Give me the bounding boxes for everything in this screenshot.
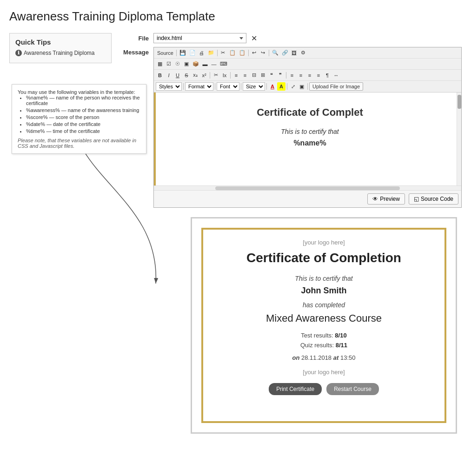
tb-special[interactable]: ⌨ [219,60,229,68]
tb-align-center[interactable]: ≡ [297,71,305,79]
tb-strikethrough[interactable]: S [182,71,191,79]
tb-indent-dec[interactable]: ⊟ [250,71,258,79]
tb-styles-select[interactable]: Styles [156,82,182,91]
tb-find[interactable]: 🔍 [271,49,280,57]
preview-label: Preview [380,196,400,202]
tb-para[interactable]: ¶ [323,71,332,79]
sep12 [287,83,287,90]
variables-list: %name% — name of the person who receives… [18,95,140,134]
tb-undo[interactable]: ↩ [250,49,259,57]
preview-icon: 👁 [372,196,378,202]
sep4 [269,50,269,56]
cert-large-outer: [your logo here] Certificate of Completi… [191,217,457,434]
tb-ul[interactable]: ≡ [241,71,249,79]
source-code-icon: ◱ [414,196,419,202]
toolbar-row-4: Styles Format Font Size A A ⤢ ▣ [154,81,461,92]
at-label: at [333,354,340,361]
tb-dash[interactable]: — [210,60,218,68]
test-results-label: Test results: [301,332,333,339]
tb-color-a[interactable]: A [268,82,277,91]
file-row: File index.html ✕ [121,33,462,43]
tb-open[interactable]: 📁 [206,49,216,57]
tb-cut2[interactable]: ✂ [212,71,220,79]
editor-cert-certify: This is to certify that [172,128,447,135]
tb-bgcolor[interactable]: A [277,82,285,91]
restart-course-button[interactable]: Restart Course [326,383,379,395]
editor-cert-name: %name% [172,139,447,147]
tb-italic[interactable]: I [165,71,173,79]
tb-superscript[interactable]: x² [200,71,208,79]
cert-preview-container: [your logo here] Certificate of Completi… [126,217,457,434]
tb-blockquote[interactable]: ❝ [267,71,276,79]
source-code-label: Source Code [421,196,453,202]
tb-box[interactable]: ▣ [182,60,191,68]
tb-align-right[interactable]: ≡ [305,71,314,79]
h-scrollbar[interactable] [154,185,461,190]
tb-redo[interactable]: ↪ [259,49,267,57]
cert-completed: has completed [212,301,435,309]
editor-wrapper: Certificate of Complet This is to certif… [154,93,461,185]
tb-bidi[interactable]: ↔ [332,71,340,79]
sep10 [241,83,241,90]
tb-size-select[interactable]: Size [243,82,265,91]
tb-format-select[interactable]: Format [185,82,213,91]
tb-show-blocks[interactable]: ▣ [298,82,306,91]
tb-bold[interactable]: B [156,71,164,79]
editor-content[interactable]: Certificate of Complet This is to certif… [154,93,461,185]
tb-source[interactable]: Source [156,49,175,57]
tb-block[interactable]: 📦 [191,60,200,68]
source-code-button[interactable]: ◱ Source Code [409,193,458,205]
tb-font-select[interactable]: Font [217,82,239,91]
tb-rule[interactable]: ▬ [201,60,209,68]
tb-print[interactable]: 🖨 [198,49,206,57]
file-close-button[interactable]: ✕ [251,34,257,43]
tb-ol[interactable]: ≡ [232,71,240,79]
tb-save[interactable]: 💾 [178,49,187,57]
sidebar-item-diploma[interactable]: ℹ Awareness Training Diploma [15,50,106,56]
tb-copy[interactable]: 📋 [228,49,237,57]
tb-align-justify[interactable]: ≡ [314,71,323,79]
tb-subscript[interactable]: x₂ [191,71,199,79]
var-name: %name% — name of the person who receives… [26,95,140,106]
tb-new[interactable]: 📄 [188,49,197,57]
h-scrollbar-thumb [215,186,400,190]
message-label: Message [121,47,149,56]
var-awareness: %awareness% — name of the awareness trai… [26,107,140,113]
var-score: %score% — score of the person [26,114,140,120]
tb-paste[interactable]: 📋 [238,49,247,57]
cert-person: John Smith [212,286,435,296]
print-certificate-button[interactable]: Print Certificate [269,383,322,395]
tb-maximize[interactable]: ⤢ [289,82,297,91]
tb-indent-inc[interactable]: ⊞ [259,71,267,79]
tb-check[interactable]: ☑ [165,60,173,68]
tb-settings[interactable]: ⚙ [299,49,307,57]
sep8 [183,83,184,90]
tb-align-left[interactable]: ≡ [288,71,296,79]
cert-preview-small: Certificate of Complet This is to certif… [163,97,457,157]
cert-certify: This is to certify that [212,275,435,282]
tb-table[interactable]: ▦ [156,60,164,68]
editor-cert-title: Certificate of Complet [172,106,447,119]
tb-underline[interactable]: U [173,71,182,79]
sep3 [248,50,249,56]
var-date: %date% — date of the certificate [26,121,140,127]
cert-main-title: Certificate of Completion [212,251,435,265]
cert-time: 13:50 [340,354,356,361]
preview-button[interactable]: 👁 Preview [367,193,405,205]
variables-tooltip: You may use the following variables in t… [12,84,146,154]
file-label: File [121,35,149,42]
tb-link[interactable]: 🔗 [280,49,290,57]
file-select[interactable]: index.html [153,33,246,43]
toolbar-row-1: Source 💾 📄 🖨 📁 ✂ 📋 📋 ↩ ↪ [154,47,461,59]
tb-cut[interactable]: ✂ [219,49,227,57]
tb-clearformat[interactable]: Ix [220,71,229,79]
cert-quiz-results: Quiz results: 8/11 [212,342,435,349]
tb-radio[interactable]: ☉ [173,60,182,68]
tb-image[interactable]: 🖼 [290,49,299,57]
tb-upload[interactable]: Upload File or Image [309,82,363,91]
quiz-results-value: 8/11 [336,342,347,349]
toolbar-row-3: B I U S x₂ x² ✂ Ix ≡ ≡ ⊟ ⊞ ❝ [154,70,461,81]
editor-footer: 👁 Preview ◱ Source Code [154,190,461,207]
tb-div[interactable]: ❞ [276,71,285,79]
v-scrollbar[interactable] [457,93,461,185]
